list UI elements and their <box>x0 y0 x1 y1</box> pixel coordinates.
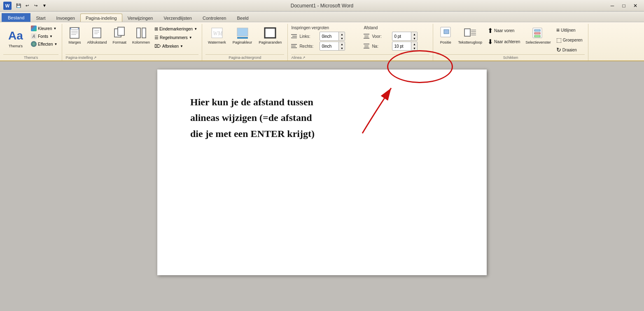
tab-bestand[interactable]: Bestand <box>2 13 30 22</box>
marges-label: Marges <box>68 40 81 44</box>
maximize-button[interactable]: □ <box>618 2 629 10</box>
links-spin-down[interactable]: ▼ <box>339 36 345 40</box>
positie-icon <box>439 26 452 39</box>
save-quick-btn[interactable]: 💾 <box>15 2 22 9</box>
themas-button[interactable]: Aa Thema's <box>3 25 28 53</box>
links-label: Links: <box>299 34 318 39</box>
eindemarkeringen-button[interactable]: ⊞ Eindemarkeringen ▼ <box>153 26 198 32</box>
tab-pagina-indeling[interactable]: Pagina-indeling <box>80 14 122 22</box>
tab-invoegen[interactable]: Invoegen <box>51 14 80 22</box>
naar-achteren-icon: ⬇ <box>488 38 493 46</box>
links-spin-up[interactable]: ▲ <box>339 32 345 36</box>
naar-voren-label: Naar voren <box>494 28 514 33</box>
ribbon-tabs: Bestand Start Invoegen Pagina-indeling V… <box>0 12 644 22</box>
links-icon <box>291 33 298 39</box>
voren-achteren-group: ⬆ Naar voren ⬇ Naar achteren <box>485 25 522 47</box>
minimize-button[interactable]: ─ <box>607 2 618 10</box>
redo-quick-btn[interactable]: ↪ <box>32 2 40 9</box>
rechts-icon <box>291 43 298 49</box>
links-input-wrap: ▲ ▼ <box>320 32 345 41</box>
draaien-icon: ↻ <box>556 46 561 53</box>
na-input-wrap: ▲ ▼ <box>392 42 418 51</box>
uitlijnen-icon: ≡ <box>556 27 560 33</box>
rechts-input[interactable] <box>320 43 338 49</box>
voor-spin-up[interactable]: ▲ <box>411 32 417 36</box>
group-pagina-instelling: Marges Afdrukstand Formaat <box>62 24 202 60</box>
tab-beeld[interactable]: Beeld <box>231 14 254 22</box>
themas-content: Aa Thema's Kleuren ▼ A Fonts ▼ <box>3 25 58 54</box>
voor-spin-down[interactable]: ▼ <box>411 36 417 40</box>
kleuren-button[interactable]: Kleuren ▼ <box>30 25 58 32</box>
rechts-spin-down[interactable]: ▼ <box>339 46 345 50</box>
kolommen-button[interactable]: Kolommen <box>130 25 152 46</box>
doc-line1: Hier kun je de afstand tussen <box>190 97 313 107</box>
watermerk-icon: WM <box>210 26 224 39</box>
group-themas: Aa Thema's Kleuren ▼ A Fonts ▼ <box>0 24 62 60</box>
svg-rect-43 <box>534 32 540 34</box>
watermerk-button[interactable]: WM Watermerk <box>205 25 229 46</box>
title-bar: W 💾 ↩ ↪ ▼ Document1 - Microsoft Word ─ □… <box>0 0 644 12</box>
na-spin-down[interactable]: ▼ <box>411 46 417 50</box>
undo-quick-btn[interactable]: ↩ <box>23 2 31 9</box>
tab-controleren[interactable]: Controleren <box>197 14 231 22</box>
regelnummers-button[interactable]: ☰ Regelnummers ▼ <box>153 34 198 41</box>
svg-text:WM: WM <box>213 30 223 37</box>
formaat-button[interactable]: Formaat <box>110 25 129 46</box>
selectievenster-button[interactable]: Selectievenster <box>523 25 553 46</box>
tab-verzendlijsten[interactable]: Verzendlijsten <box>158 14 197 22</box>
close-button[interactable]: ✕ <box>630 2 641 10</box>
naar-voren-button[interactable]: ⬆ Naar voren <box>485 26 522 36</box>
uitlijnen-button[interactable]: ≡ Uitlijnen <box>554 26 585 35</box>
tekstterugloop-label: Tekstterugloop <box>458 40 482 44</box>
tab-verwijzingen[interactable]: Verwijzingen <box>122 14 159 22</box>
quick-access-more-btn[interactable]: ▼ <box>41 2 48 9</box>
kolommen-icon <box>135 26 148 39</box>
alinea-expand-icon[interactable]: ↗ <box>302 56 306 60</box>
groeperen-button[interactable]: ⬚ Groeperen <box>554 35 585 44</box>
window-controls: ─ □ ✕ <box>607 2 641 10</box>
rechts-spin-up[interactable]: ▲ <box>339 42 345 46</box>
svg-rect-14 <box>142 28 146 38</box>
window-title: Document1 - Microsoft Word <box>291 3 354 9</box>
na-input[interactable] <box>392 43 411 49</box>
break-group: ⊞ Eindemarkeringen ▼ ☰ Regelnummers ▼ ⌦ … <box>153 25 198 50</box>
voor-row: Voor: ▲ ▼ <box>364 32 429 41</box>
na-spin-up[interactable]: ▲ <box>411 42 417 46</box>
selectievenster-icon <box>532 26 545 39</box>
doc-line2: alineas wijzigen (=de afstand <box>190 112 312 123</box>
document-page[interactable]: Hier kun je de afstand tussen alineas wi… <box>157 70 487 275</box>
uitlijnen-groeperen-group: ≡ Uitlijnen ⬚ Groeperen ↻ Draaien <box>554 25 585 54</box>
voor-spinner: ▲ ▼ <box>411 32 417 40</box>
group-alinea: Inspringen vergroten Links: ▲ ▼ <box>288 24 433 60</box>
tekstterugloop-button[interactable]: Tekstterugloop <box>455 25 485 46</box>
paginakleur-button[interactable]: Paginakleur <box>230 25 255 46</box>
paginaranden-button[interactable]: Paginaranden <box>256 25 284 46</box>
afdrukstand-button[interactable]: Afdrukstand <box>84 25 109 46</box>
links-input[interactable] <box>320 33 338 39</box>
afbreken-button[interactable]: ⌦ Afbreken ▼ <box>153 43 198 50</box>
voor-input-wrap: ▲ ▼ <box>392 32 418 41</box>
marges-button[interactable]: Marges <box>65 25 84 46</box>
svg-rect-44 <box>534 35 540 37</box>
svg-rect-36 <box>464 29 470 36</box>
title-bar-left: W 💾 ↩ ↪ ▼ <box>3 2 48 10</box>
effecten-label: Effecten <box>38 42 53 46</box>
afbreken-icon: ⌦ <box>154 44 161 49</box>
selectievenster-label: Selectievenster <box>525 40 551 44</box>
tab-start[interactable]: Start <box>30 14 51 22</box>
rechts-spinner: ▲ ▼ <box>338 42 345 50</box>
pagina-instelling-expand-icon[interactable]: ↗ <box>93 56 97 60</box>
voor-input[interactable] <box>392 33 411 39</box>
schikken-content: Positie Tekstterugloop ⬆ Naar voren <box>436 25 584 54</box>
pagina-achtergrond-label: Pagina-achtergrond <box>205 54 284 60</box>
rechts-input-wrap: ▲ ▼ <box>320 42 345 51</box>
effecten-arrow: ▼ <box>54 42 58 46</box>
effecten-button[interactable]: Effecten ▼ <box>30 40 58 48</box>
app-body: Hier kun je de afstand tussen alineas wi… <box>0 61 644 311</box>
draaien-button[interactable]: ↻ Draaien <box>554 45 585 54</box>
naar-achteren-button[interactable]: ⬇ Naar achteren <box>485 37 522 47</box>
eindemarkeringen-label: Eindemarkeringen <box>159 27 193 31</box>
svg-rect-19 <box>265 28 275 38</box>
positie-button[interactable]: Positie <box>436 25 455 46</box>
fonts-button[interactable]: A Fonts ▼ <box>30 32 58 40</box>
